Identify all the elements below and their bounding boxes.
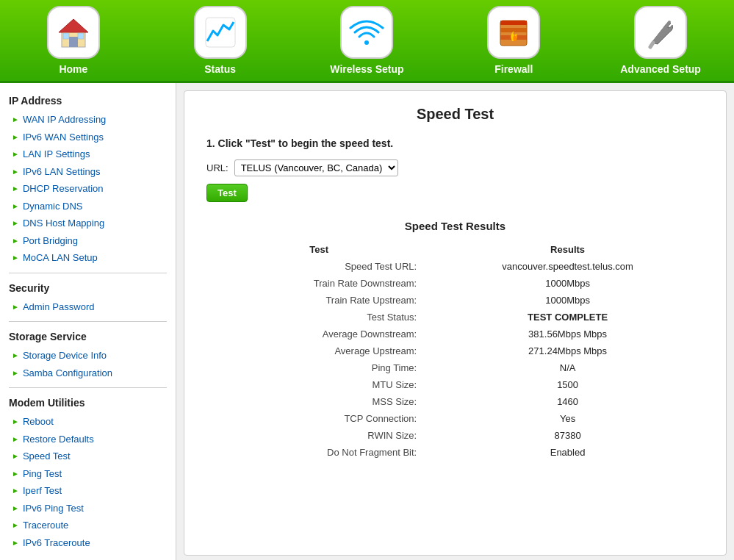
result-test-label: RWIN Size: [206, 427, 431, 444]
result-test-label: Train Rate Downstream: [206, 275, 431, 292]
nav-firewall[interactable]: Firewall [447, 6, 580, 75]
svg-rect-3 [63, 33, 69, 39]
test-button[interactable]: Test [206, 184, 248, 202]
result-value: 1460 [431, 393, 704, 410]
arrow-icon: ► [12, 503, 19, 514]
arrow-icon: ► [12, 450, 19, 462]
svg-line-12 [650, 43, 653, 47]
status-icon [203, 15, 238, 50]
sidebar-item-ipv6-wan[interactable]: ► IPv6 WAN Settings [9, 129, 167, 146]
sidebar-item-ipv6-ping[interactable]: ► IPv6 Ping Test [9, 500, 167, 517]
arrow-icon: ► [12, 148, 19, 159]
sidebar-item-lan-ip[interactable]: ► LAN IP Settings [9, 146, 167, 163]
table-row: MSS Size:1460 [206, 393, 704, 410]
sidebar-section-storage: Storage Service [9, 331, 167, 342]
nav-home[interactable]: Home [7, 6, 140, 75]
sidebar-section-security: Security [9, 282, 167, 294]
sidebar-item-dynamic-dns[interactable]: ► Dynamic DNS [9, 198, 167, 215]
main-layout: IP Address ► WAN IP Addressing ► IPv6 WA… [0, 83, 734, 560]
sidebar-item-moca[interactable]: ► MoCA LAN Setup [9, 249, 167, 267]
sidebar-divider-2 [9, 321, 167, 322]
result-test-label: Do Not Fragment Bit: [206, 444, 431, 461]
sidebar-item-admin-password[interactable]: ► Admin Password [9, 298, 167, 316]
arrow-icon: ► [12, 235, 19, 246]
result-value: 1000Mbps [431, 292, 704, 309]
arrow-icon: ► [12, 434, 19, 445]
arrow-icon: ► [12, 132, 19, 143]
status-icon-box [194, 6, 247, 59]
sidebar-item-port-bridging[interactable]: ► Port Bridging [9, 232, 167, 250]
result-value: 271.24Mbps Mbps [431, 342, 704, 359]
arrow-icon: ► [12, 350, 19, 361]
sidebar-item-reboot[interactable]: ► Reboot [9, 413, 167, 431]
arrow-icon: ► [12, 468, 19, 479]
sidebar-item-restore[interactable]: ► Restore Defaults [9, 431, 167, 448]
url-select[interactable]: TELUS (Vancouver, BC, Canada) [234, 159, 398, 176]
svg-rect-2 [69, 37, 78, 47]
wifi-icon [349, 15, 384, 50]
sidebar-item-storage-device[interactable]: ► Storage Device Info [9, 347, 167, 365]
result-value: 87380 [431, 427, 704, 444]
sidebar-divider-3 [9, 387, 167, 388]
arrow-icon: ► [12, 201, 19, 212]
sidebar-item-iperf[interactable]: ► Iperf Test [9, 482, 167, 500]
result-test-label: Test Status: [206, 309, 431, 326]
table-row: TCP Connection:Yes [206, 410, 704, 427]
sidebar-item-ping-test[interactable]: ► Ping Test [9, 465, 167, 483]
arrow-icon: ► [12, 252, 19, 263]
table-row: Train Rate Downstream:1000Mbps [206, 275, 704, 292]
table-row: MTU Size:1500 [206, 376, 704, 393]
sidebar-divider-1 [9, 273, 167, 273]
step-instruction: 1. Click "Test" to begin the speed test. [206, 137, 704, 149]
url-row: URL: TELUS (Vancouver, BC, Canada) [206, 159, 704, 176]
result-value: TEST COMPLETE [431, 309, 704, 326]
sidebar-item-ipv6-traceroute[interactable]: ► IPv6 Traceroute [9, 534, 167, 552]
url-label: URL: [206, 162, 229, 173]
arrow-icon: ► [12, 520, 19, 531]
table-row: Train Rate Upstream:1000Mbps [206, 292, 704, 309]
arrow-icon: ► [12, 485, 19, 496]
result-test-label: MSS Size: [206, 393, 431, 410]
firewall-label: Firewall [494, 63, 533, 75]
page-title: Speed Test [206, 106, 704, 123]
arrow-icon: ► [12, 183, 19, 194]
sidebar-item-samba[interactable]: ► Samba Configuration [9, 365, 167, 382]
sidebar-item-ipv6-lan[interactable]: ► IPv6 LAN Settings [9, 163, 167, 181]
result-test-label: Speed Test URL: [206, 258, 431, 275]
sidebar-item-dhcp[interactable]: ► DHCP Reservation [9, 180, 167, 198]
result-test-label: MTU Size: [206, 376, 431, 393]
wireless-label: Wireless Setup [330, 63, 403, 75]
result-value: 1000Mbps [431, 275, 704, 292]
svg-marker-1 [59, 19, 88, 32]
result-value: Enabled [431, 444, 704, 461]
results-section-title: Speed Test Results [206, 220, 704, 232]
svg-rect-8 [500, 21, 527, 25]
arrow-icon: ► [12, 218, 19, 229]
home-icon-box [47, 6, 100, 59]
arrow-icon: ► [12, 114, 19, 125]
nav-wireless[interactable]: Wireless Setup [301, 6, 433, 75]
col-header-test: Test [206, 241, 431, 258]
result-test-label: Train Rate Upstream: [206, 292, 431, 309]
svg-rect-4 [78, 33, 84, 39]
table-row: Average Downstream:381.56Mbps Mbps [206, 326, 704, 342]
result-value: 381.56Mbps Mbps [431, 326, 704, 342]
table-row: RWIN Size:87380 [206, 427, 704, 444]
result-value: 1500 [431, 376, 704, 393]
table-row: Ping Time:N/A [206, 359, 704, 376]
sidebar-item-traceroute[interactable]: ► Traceroute [9, 517, 167, 534]
arrow-icon: ► [12, 367, 19, 378]
result-value: N/A [431, 359, 704, 376]
firewall-icon [496, 15, 531, 50]
nav-status[interactable]: Status [154, 6, 287, 75]
nav-advanced[interactable]: Advanced Setup [594, 6, 727, 75]
sidebar-section-ip-address: IP Address [9, 95, 167, 107]
sidebar-item-speed-test[interactable]: ► Speed Test [9, 448, 167, 465]
table-row: Do Not Fragment Bit:Enabled [206, 444, 704, 461]
advanced-label: Advanced Setup [620, 63, 701, 75]
arrow-icon: ► [12, 537, 19, 548]
sidebar-item-wan-ip[interactable]: ► WAN IP Addressing [9, 111, 167, 129]
sidebar: IP Address ► WAN IP Addressing ► IPv6 WA… [0, 83, 176, 560]
wireless-icon-box [340, 6, 393, 59]
sidebar-item-dns-host[interactable]: ► DNS Host Mapping [9, 215, 167, 232]
